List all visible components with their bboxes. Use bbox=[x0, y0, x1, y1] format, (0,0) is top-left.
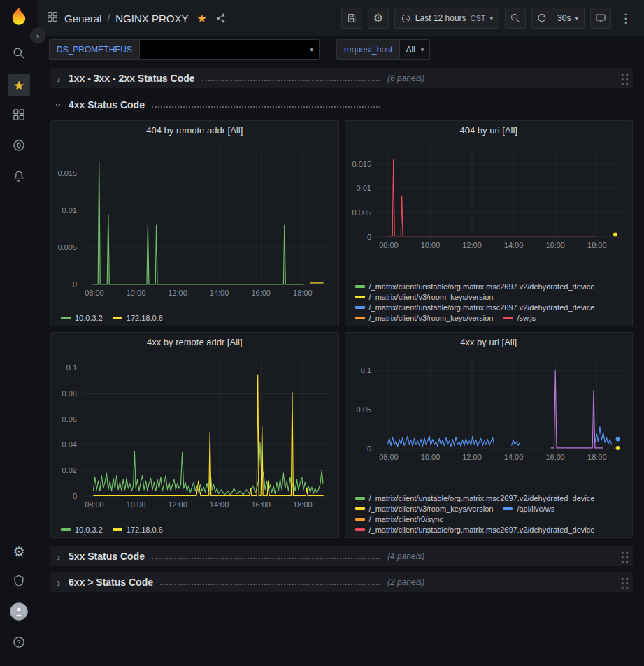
legend-item[interactable]: /_matrix/client/v3/room_keys/version bbox=[355, 293, 494, 301]
sidebar-item-alerting[interactable] bbox=[5, 162, 33, 193]
variable-ds-label[interactable]: DS_PROMETHEUS bbox=[49, 39, 139, 60]
variable-request-host: request_host All ▾ bbox=[336, 39, 430, 60]
chevron-down-icon: › bbox=[53, 99, 65, 110]
save-icon bbox=[346, 13, 357, 24]
row-1xx-3xx-2xx[interactable]: › 1xx - 3xx - 2xx Status Code (6 panels) bbox=[50, 68, 633, 88]
time-series-chart[interactable]: 00.020.040.060.080.108:0010:0012:0014:00… bbox=[51, 352, 338, 514]
svg-text:0: 0 bbox=[73, 280, 77, 289]
legend-item[interactable]: 172.18.0.6 bbox=[113, 526, 163, 534]
time-range-label: Last 12 hours bbox=[415, 13, 466, 23]
legend-label: /_matrix/client/unstable/org.matrix.msc2… bbox=[369, 526, 595, 534]
row-4xx[interactable]: › 4xx Status Code bbox=[50, 95, 633, 115]
svg-text:0: 0 bbox=[366, 233, 371, 241]
row-left: › 1xx - 3xx - 2xx Status Code bbox=[53, 73, 387, 85]
legend-item[interactable]: /_matrix/client/unstable/org.matrix.msc2… bbox=[355, 526, 595, 534]
panel-404-by-remote-addr: 404 by remote addr [All] 00.0050.010.015… bbox=[50, 120, 339, 326]
variable-host-label[interactable]: request_host bbox=[336, 39, 399, 60]
legend-item[interactable]: /_matrix/client/v3/room_keys/version bbox=[355, 505, 494, 513]
legend-swatch bbox=[503, 507, 513, 510]
legend-swatch bbox=[355, 507, 365, 510]
compass-icon bbox=[12, 138, 26, 155]
legend-item[interactable]: /sw.js bbox=[503, 314, 536, 322]
breadcrumb-folder[interactable]: General bbox=[64, 13, 101, 24]
kebab-menu-icon[interactable]: ⋮ bbox=[617, 11, 634, 26]
svg-text:0.08: 0.08 bbox=[62, 389, 77, 398]
topbar-actions: ⚙ Last 12 hours CST ▾ 30s ▾ bbox=[341, 8, 634, 29]
panel-title[interactable]: 404 by uri [All] bbox=[345, 121, 633, 140]
row-dotted-filler bbox=[152, 558, 380, 559]
sidebar-item-admin[interactable] bbox=[5, 567, 33, 598]
legend-label: 10.0.3.2 bbox=[75, 526, 103, 534]
sidebar-item-starred[interactable]: ★ bbox=[5, 70, 33, 101]
row-dotted-filler bbox=[160, 584, 380, 585]
svg-text:12:00: 12:00 bbox=[168, 289, 187, 297]
row-title: 4xx Status Code bbox=[69, 99, 145, 110]
zoom-out-button[interactable] bbox=[505, 8, 526, 29]
variable-ds-value-dropdown[interactable]: ▾ bbox=[139, 39, 320, 60]
sidebar-item-dashboards[interactable] bbox=[5, 101, 33, 131]
legend-label: /_matrix/client/v3/room_keys/version bbox=[369, 505, 494, 513]
sidebar-item-explore[interactable] bbox=[5, 131, 33, 162]
caret-down-icon: ▾ bbox=[421, 46, 424, 53]
tv-mode-button[interactable] bbox=[590, 8, 611, 29]
legend-item[interactable]: /_matrix/client/unstable/org.matrix.msc2… bbox=[355, 303, 595, 312]
row-drag-handle[interactable] bbox=[620, 72, 629, 85]
variable-host-value-dropdown[interactable]: All ▾ bbox=[399, 39, 430, 60]
sidebar-item-profile[interactable] bbox=[5, 598, 33, 628]
refresh-interval-picker[interactable]: 30s ▾ bbox=[552, 8, 585, 29]
topbar: General / NGINX PROXY ★ ⚙ Last 12 hours bbox=[38, 0, 644, 36]
svg-text:0.04: 0.04 bbox=[62, 440, 77, 449]
svg-text:0.005: 0.005 bbox=[57, 243, 77, 252]
row-panel-count: (6 panels) bbox=[387, 73, 424, 83]
legend-swatch bbox=[113, 317, 122, 319]
star-icon: ★ bbox=[8, 74, 30, 96]
svg-text:0.1: 0.1 bbox=[360, 366, 371, 375]
row-5xx[interactable]: › 5xx Status Code (4 panels) bbox=[50, 546, 633, 566]
chevron-right-icon: › bbox=[53, 73, 64, 85]
time-series-chart[interactable]: 00.0050.010.01508:0010:0012:0014:0016:00… bbox=[51, 140, 338, 303]
row-6xx[interactable]: › 6xx > Status Code (2 panels) bbox=[50, 572, 633, 592]
sidebar-collapse-toggle[interactable]: › bbox=[30, 28, 45, 43]
sidebar-item-search[interactable] bbox=[5, 39, 33, 70]
legend-item[interactable]: 172.18.0.6 bbox=[113, 314, 163, 322]
svg-text:16:00: 16:00 bbox=[251, 500, 271, 509]
sidebar-item-help[interactable]: ? bbox=[5, 628, 33, 659]
panel-title[interactable]: 4xx by uri [All] bbox=[345, 333, 633, 352]
legend-item[interactable]: /api/live/ws bbox=[503, 505, 554, 513]
save-dashboard-button[interactable] bbox=[341, 8, 362, 29]
row-left: › 4xx Status Code bbox=[53, 99, 387, 111]
gear-icon: ⚙ bbox=[373, 13, 383, 24]
legend-label: 172.18.0.6 bbox=[127, 526, 163, 534]
share-icon[interactable] bbox=[215, 13, 227, 24]
refresh-button[interactable] bbox=[531, 8, 552, 29]
grafana-logo-icon[interactable] bbox=[7, 6, 31, 29]
breadcrumb-separator: / bbox=[107, 13, 110, 24]
legend-item[interactable]: /_matrix/client/r0/sync bbox=[355, 515, 443, 523]
legend-item[interactable]: /_matrix/client/unstable/org.matrix.msc2… bbox=[355, 282, 595, 291]
sidebar-item-configuration[interactable]: ⚙ bbox=[5, 536, 33, 567]
panel-title[interactable]: 4xx by remote addr [All] bbox=[51, 333, 338, 352]
svg-text:?: ? bbox=[17, 639, 20, 646]
dashboard-settings-button[interactable]: ⚙ bbox=[368, 8, 389, 29]
caret-down-icon: ▾ bbox=[490, 15, 494, 22]
legend-item[interactable]: /_matrix/client/unstable/org.matrix.msc2… bbox=[355, 494, 595, 502]
favorite-star-icon[interactable]: ★ bbox=[196, 12, 206, 25]
legend-item[interactable]: 10.0.3.2 bbox=[61, 526, 103, 534]
panel-4xx-by-remote-addr: 4xx by remote addr [All] 00.020.040.060.… bbox=[50, 332, 339, 538]
svg-text:10:00: 10:00 bbox=[420, 241, 440, 249]
legend-item[interactable]: 10.0.3.2 bbox=[61, 314, 103, 322]
legend-label: /api/live/ws bbox=[517, 505, 554, 513]
legend-item[interactable]: /_matrix/client/v3/room_keys/version bbox=[355, 314, 494, 322]
row-panel-count: (4 panels) bbox=[387, 551, 424, 561]
svg-text:0.01: 0.01 bbox=[356, 184, 371, 192]
svg-text:14:00: 14:00 bbox=[210, 289, 229, 297]
panel-title[interactable]: 404 by remote addr [All] bbox=[51, 121, 338, 140]
time-range-picker[interactable]: Last 12 hours CST ▾ bbox=[394, 8, 499, 29]
svg-text:08:00: 08:00 bbox=[379, 453, 399, 461]
time-series-chart[interactable]: 00.050.108:0010:0012:0014:0016:0018:00 bbox=[345, 352, 633, 467]
row-drag-handle[interactable] bbox=[620, 576, 629, 589]
time-series-chart[interactable]: 00.0050.010.01508:0010:0012:0014:0016:00… bbox=[345, 140, 633, 255]
breadcrumb-dashboard-title[interactable]: NGINX PROXY bbox=[115, 13, 188, 24]
row-drag-handle[interactable] bbox=[620, 550, 629, 563]
svg-text:08:00: 08:00 bbox=[85, 289, 104, 297]
